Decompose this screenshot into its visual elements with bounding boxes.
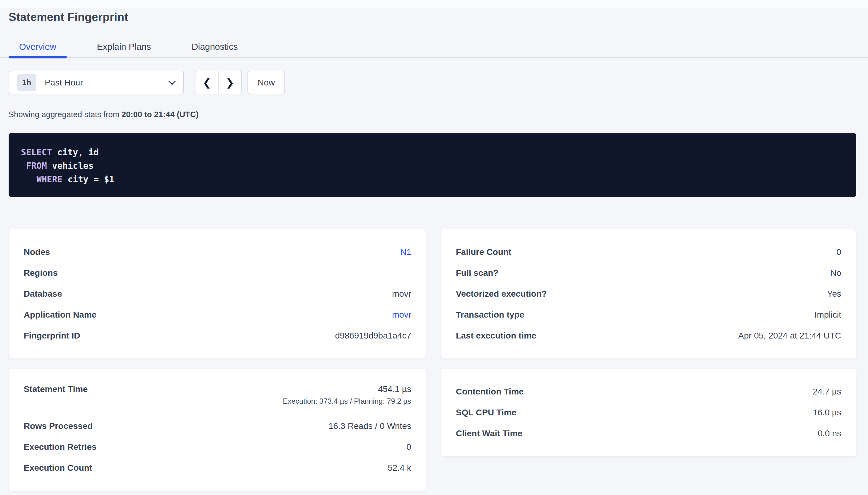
- table-row: Client Wait Time 0.0 ns: [456, 423, 841, 444]
- interval-badge: 1h: [17, 74, 36, 91]
- table-row: Rows Processed 16.3 Reads / 0 Writes: [24, 416, 411, 437]
- table-row: SQL CPU Time 16.0 µs: [456, 402, 841, 423]
- row-label: Vectorized execution?: [456, 289, 547, 299]
- row-value: 24.7 µs: [813, 387, 841, 397]
- table-row: Statement Time 454.1 µs Execution: 373.4…: [24, 381, 411, 416]
- sql-line: WHERE city = $1: [21, 173, 844, 186]
- row-value: No: [830, 268, 841, 278]
- tab-diagnostics[interactable]: Diagnostics: [181, 36, 248, 57]
- sql-statement-box: SELECT city, id FROM vehicles WHERE city…: [9, 133, 856, 197]
- row-value: 16.3 Reads / 0 Writes: [328, 421, 411, 431]
- tab-diagnostics-label: Diagnostics: [192, 42, 238, 52]
- row-value: Apr 05, 2024 at 21:44 UTC: [738, 331, 841, 341]
- sql-keyword: FROM: [26, 161, 47, 171]
- sql-line: FROM vehicles: [21, 159, 844, 173]
- next-time-button[interactable]: ❯: [218, 71, 241, 94]
- row-value: 0: [836, 247, 841, 257]
- table-row: Full scan? No: [456, 262, 841, 284]
- tabs-bar: Overview Explain Plans Diagnostics: [0, 36, 868, 58]
- row-label: SQL CPU Time: [456, 408, 517, 417]
- row-label: Transaction type: [456, 310, 524, 320]
- table-row: Vectorized execution? Yes: [456, 284, 841, 304]
- timing-card-left: Statement Time 454.1 µs Execution: 373.4…: [9, 369, 426, 491]
- row-label: Rows Processed: [24, 421, 93, 431]
- prev-time-button[interactable]: ❮: [195, 71, 218, 94]
- row-label: Fingerprint ID: [24, 331, 80, 341]
- row-label: Regions: [24, 268, 58, 278]
- row-label: Full scan?: [456, 268, 498, 278]
- summary-cards: Nodes N1 Regions Database movr Applicati…: [9, 229, 856, 491]
- table-row: Contention Time 24.7 µs: [456, 381, 841, 402]
- application-name-link[interactable]: movr: [392, 310, 411, 320]
- row-label: Nodes: [24, 247, 50, 257]
- table-row: Transaction type Implicit: [456, 304, 841, 325]
- time-step-buttons: ❮ ❯: [195, 71, 242, 95]
- active-tab-indicator: [9, 56, 67, 58]
- time-toolbar: 1h Past Hour ❮ ❯ Now: [9, 71, 856, 95]
- row-value: Implicit: [815, 310, 841, 320]
- aggregation-range: 20:00 to 21:44 (UTC): [121, 110, 198, 119]
- tab-explain-plans-label: Explain Plans: [97, 42, 151, 52]
- row-label: Application Name: [24, 310, 96, 320]
- top-strip: [0, 0, 868, 8]
- table-row: Execution Count 52.4 k: [24, 458, 411, 478]
- tab-overview-label: Overview: [19, 42, 56, 52]
- sql-keyword: WHERE: [37, 174, 63, 185]
- row-label: Database: [24, 289, 62, 299]
- row-label: Client Wait Time: [456, 429, 522, 439]
- now-button[interactable]: Now: [247, 71, 285, 95]
- row-label: Last execution time: [456, 331, 536, 341]
- row-value: 16.0 µs: [813, 408, 841, 417]
- table-row: Application Name movr: [24, 304, 411, 325]
- tab-overview[interactable]: Overview: [9, 36, 67, 57]
- row-label: Execution Count: [24, 463, 92, 473]
- row-value: movr: [392, 289, 411, 299]
- sql-text: city, id: [52, 147, 99, 157]
- chevron-down-icon: [168, 78, 176, 85]
- page-title: Statement Fingerprint: [9, 11, 856, 24]
- table-row: Execution Retries 0: [24, 437, 411, 458]
- row-label: Statement Time: [24, 384, 88, 394]
- table-row: Nodes N1: [24, 242, 411, 262]
- row-value-block: 454.1 µs Execution: 373.4 µs / Planning:…: [283, 384, 411, 406]
- tab-explain-plans[interactable]: Explain Plans: [86, 36, 162, 57]
- table-row: Fingerprint ID d986919d9ba1a4c7: [24, 325, 411, 346]
- row-label: Failure Count: [456, 247, 511, 257]
- table-row: Database movr: [24, 284, 411, 304]
- chevron-right-icon: ❯: [226, 76, 234, 88]
- row-value: 0.0 ns: [818, 429, 841, 439]
- sql-text: city = $1: [63, 174, 115, 185]
- row-label: Execution Retries: [24, 442, 97, 452]
- timing-card-right: Contention Time 24.7 µs SQL CPU Time 16.…: [441, 369, 856, 457]
- time-range-dropdown[interactable]: 1h Past Hour: [9, 71, 184, 95]
- row-value: 454.1 µs: [378, 384, 411, 394]
- overview-card-left: Nodes N1 Regions Database movr Applicati…: [9, 229, 426, 359]
- sql-line: SELECT city, id: [21, 146, 844, 159]
- table-row: Regions: [24, 262, 411, 284]
- row-value: Yes: [827, 289, 841, 299]
- aggregation-summary-prefix: Showing aggregated stats from: [9, 110, 121, 119]
- row-value: 52.4 k: [388, 463, 411, 473]
- now-button-label: Now: [258, 78, 275, 88]
- row-value: d986919d9ba1a4c7: [335, 331, 411, 341]
- row-value: 0: [406, 442, 411, 452]
- overview-card-right: Failure Count 0 Full scan? No Vectorized…: [441, 229, 856, 359]
- table-row: Last execution time Apr 05, 2024 at 21:4…: [456, 325, 841, 346]
- chevron-left-icon: ❮: [202, 76, 211, 88]
- nodes-link[interactable]: N1: [400, 247, 411, 257]
- sql-text: vehicles: [47, 161, 94, 171]
- aggregation-summary: Showing aggregated stats from 20:00 to 2…: [9, 110, 856, 119]
- time-range-label: Past Hour: [45, 78, 83, 88]
- row-label: Contention Time: [456, 387, 524, 397]
- tabs: Overview Explain Plans Diagnostics: [0, 36, 868, 57]
- sql-keyword: SELECT: [21, 147, 52, 157]
- table-row: Failure Count 0: [456, 242, 841, 262]
- row-subvalue: Execution: 373.4 µs / Planning: 79.2 µs: [283, 397, 411, 406]
